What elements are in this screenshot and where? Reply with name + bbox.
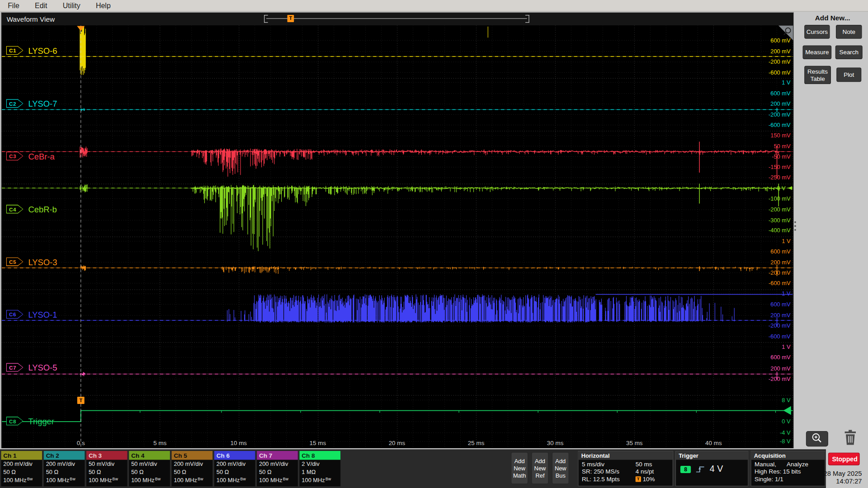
scale-label: -150 mV xyxy=(769,164,791,170)
time-axis-label: 20 ms xyxy=(389,440,406,446)
scale-label: -250 mV xyxy=(769,174,791,181)
add-new-note-button[interactable]: Note xyxy=(836,25,862,39)
channel-settings-ch2[interactable]: Ch 2200 mV/div50 Ω100 MHzBw xyxy=(44,451,85,486)
channel-badge-c3[interactable]: C3 xyxy=(6,152,23,161)
menu-bar: FileEditUtilityHelp xyxy=(0,0,868,12)
menu-edit[interactable]: Edit xyxy=(35,1,47,9)
channel-setting-row: 1 MΩ xyxy=(299,468,340,476)
channel-setting-row: 200 mV/div xyxy=(172,460,213,468)
waveform-view-titlebar: Waveform View T xyxy=(2,13,793,25)
channel-setting-row: 50 mV/div xyxy=(86,460,127,468)
scale-label: -600 mV xyxy=(769,122,791,128)
trigger-position-marker[interactable]: T xyxy=(288,15,294,22)
channel-setting-row: 50 Ω xyxy=(257,468,298,476)
trigger-position-value: 10% xyxy=(643,475,655,482)
channel-badge-c6[interactable]: C6 xyxy=(6,310,23,319)
window-left-bracket xyxy=(264,15,268,23)
scale-label: 600 mV xyxy=(770,90,791,97)
time-axis-label: 35 ms xyxy=(626,440,643,446)
scale-label: -8 V xyxy=(780,438,791,445)
menu-items: FileEditUtilityHelp xyxy=(8,1,126,9)
zoom-button[interactable] xyxy=(806,431,828,446)
add-new-ref-button[interactable]: Add New Ref xyxy=(532,452,549,484)
acquisition-detail: High Res: 15 bits xyxy=(755,468,801,475)
channel-settings-ch1[interactable]: Ch 1200 mV/div50 Ω100 MHzBw xyxy=(1,451,42,486)
channel-setting-row: 50 mV/div xyxy=(129,460,170,468)
acquisition-panel-title: Acquisition xyxy=(751,451,825,460)
add-new-bus-button[interactable]: Add New Bus xyxy=(552,452,569,484)
channel-badge-c5[interactable]: C5 xyxy=(6,257,23,266)
add-new-cursors-button[interactable]: Cursors xyxy=(804,25,830,39)
channel-header-ch5: Ch 5 xyxy=(172,451,213,460)
delete-button[interactable] xyxy=(841,429,860,447)
channel-settings-ch3[interactable]: Ch 350 mV/div50 Ω100 MHzBw xyxy=(86,451,127,486)
waveform-plot[interactable]: 600 mV200 mV-200 mV-600 mV1 V600 mV200 m… xyxy=(2,25,793,448)
add-new-results-table-button[interactable]: Results Table xyxy=(804,66,831,84)
scale-label: 200 mV xyxy=(770,312,791,319)
add-new-search-button[interactable]: Search xyxy=(835,45,863,59)
channel-setting-row: 200 mV/div xyxy=(257,460,298,468)
time-axis-label: 5 ms xyxy=(153,440,166,446)
scale-label: 0 V xyxy=(777,185,786,192)
channel-setting-row: 200 mV/div xyxy=(1,460,42,468)
scale-label: -200 mV xyxy=(769,111,791,118)
scale-label: -600 mV xyxy=(769,333,791,340)
channel-setting-row: 50 Ω xyxy=(129,468,170,476)
menu-file[interactable]: File xyxy=(8,1,19,9)
horizontal-panel-title: Horizontal xyxy=(579,451,673,460)
graticule xyxy=(2,25,793,448)
scale-label: 600 mV xyxy=(770,354,791,361)
menu-help[interactable]: Help xyxy=(96,1,111,9)
channel-badge-c1[interactable]: C1 xyxy=(6,46,23,55)
channel-setting-row: 100 MHzBw xyxy=(214,476,255,485)
channel-settings-ch6[interactable]: Ch 6200 mV/div50 Ω100 MHzBw xyxy=(214,451,255,486)
channel-setting-row: 100 MHzBw xyxy=(257,476,298,485)
channel-badge-c8[interactable]: C8 xyxy=(6,417,23,426)
trigger-source-badge[interactable]: 8 xyxy=(680,465,691,473)
add-new-plot-button[interactable]: Plot xyxy=(836,67,861,82)
run-stop-button[interactable]: Stopped xyxy=(828,453,860,465)
scale-label: 1 V xyxy=(782,238,791,244)
waveform-view-title: Waveform View xyxy=(7,15,55,23)
resolution: 4 ns/pt xyxy=(636,468,654,475)
horizontal-panel[interactable]: Horizontal 5 ms/div 50 ms SR: 250 MS/s 4… xyxy=(578,451,673,486)
window-right-bracket xyxy=(525,15,529,23)
channel-badge-c7[interactable]: C7 xyxy=(6,363,23,372)
menu-utility[interactable]: Utility xyxy=(63,1,80,9)
channel-setting-row: 200 mV/div xyxy=(214,460,255,468)
add-new-math-button[interactable]: Add New Math xyxy=(511,452,528,484)
scale-label: -600 mV xyxy=(769,280,791,286)
add-new-measure-button[interactable]: Measure xyxy=(803,45,832,59)
channel-settings-ch7[interactable]: Ch 7200 mV/div50 Ω100 MHzBw xyxy=(257,451,298,486)
sample-rate: SR: 250 MS/s xyxy=(582,468,636,475)
scale-label: -100 mV xyxy=(769,195,791,202)
time-axis-label: 15 ms xyxy=(310,440,326,446)
oscilloscope-app: FileEditUtilityHelp Waveform View T 600 … xyxy=(0,0,868,488)
trigger-t-label: T xyxy=(79,398,82,403)
channel-settings-ch8[interactable]: Ch 82 V/div1 MΩ100 MHzBw xyxy=(299,451,340,486)
acquisition-single: Single: 1/1 xyxy=(755,475,783,482)
channel-header-ch6: Ch 6 xyxy=(214,451,255,460)
bandwidth-suffix: Bw xyxy=(326,477,331,481)
scale-label: -400 mV xyxy=(769,227,791,234)
scale-label: 150 mV xyxy=(770,132,791,139)
time-axis-label: 10 ms xyxy=(230,440,247,446)
trigger-panel[interactable]: Trigger 8 4 V xyxy=(675,451,749,486)
channel-setting-row: 50 Ω xyxy=(172,468,213,476)
datetime: 28 May 2025 14:07:27 xyxy=(796,470,862,485)
time-axis-label: 25 ms xyxy=(468,440,485,446)
bandwidth-suffix: Bw xyxy=(283,477,289,481)
channel-badge-c2[interactable]: C2 xyxy=(6,99,23,108)
channel-settings-ch5[interactable]: Ch 5200 mV/div50 Ω100 MHzBw xyxy=(172,451,213,486)
bandwidth-suffix: Bw xyxy=(155,477,161,481)
waveform-canvas: 600 mV200 mV-200 mV-600 mV1 V600 mV200 m… xyxy=(2,25,793,448)
channel-setting-row: 2 V/div xyxy=(299,460,340,468)
trigger-level-arrow[interactable] xyxy=(783,406,791,415)
horizontal-position-indicator[interactable]: T xyxy=(264,15,529,23)
trigger-level: 4 V xyxy=(710,464,723,474)
channel-badge-c4[interactable]: C4 xyxy=(6,205,23,214)
panel-resize-handle[interactable] xyxy=(794,221,796,231)
channel-settings-ch4[interactable]: Ch 450 mV/div50 Ω100 MHzBw xyxy=(129,451,170,486)
rising-edge-icon xyxy=(695,465,705,473)
acquisition-mode: Manual, xyxy=(755,460,787,467)
